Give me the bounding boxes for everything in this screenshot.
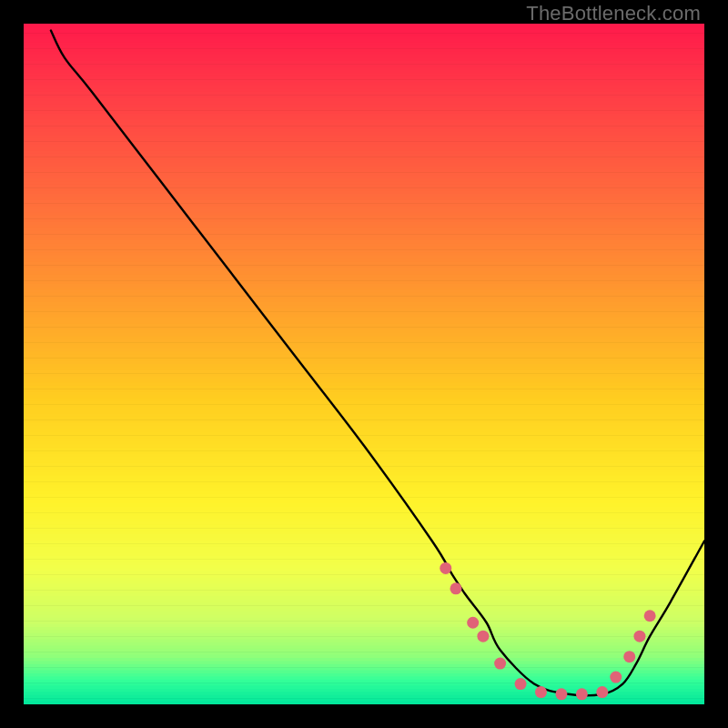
svg-rect-92 (24, 308, 704, 312)
svg-rect-132 (24, 432, 704, 436)
data-marker (623, 651, 635, 662)
svg-rect-66 (24, 228, 704, 231)
data-marker (555, 688, 567, 700)
svg-rect-112 (24, 370, 704, 374)
svg-rect-41 (24, 150, 704, 154)
data-marker (633, 631, 645, 642)
svg-rect-122 (24, 401, 704, 405)
data-marker (477, 631, 489, 642)
data-marker (610, 672, 622, 683)
svg-rect-53 (24, 187, 704, 191)
svg-rect-72 (24, 247, 704, 250)
svg-rect-43 (24, 157, 704, 160)
chart-svg (24, 24, 704, 704)
svg-rect-77 (24, 262, 704, 266)
svg-rect-30 (24, 116, 704, 120)
watermark-label: TheBottleneck.com (526, 2, 701, 25)
svg-rect-61 (24, 212, 704, 216)
svg-rect-46 (24, 166, 704, 169)
svg-rect-51 (24, 181, 704, 185)
svg-rect-127 (24, 417, 704, 420)
svg-rect-67 (24, 231, 704, 235)
svg-rect-82 (24, 278, 704, 281)
data-marker (515, 678, 527, 690)
svg-rect-48 (24, 172, 704, 176)
data-marker (467, 617, 479, 629)
data-marker (494, 658, 506, 670)
data-marker (596, 686, 608, 698)
data-marker (644, 610, 656, 622)
chart-frame (24, 24, 704, 704)
svg-rect-63 (24, 218, 704, 222)
svg-rect-33 (24, 126, 704, 129)
svg-rect-219 (24, 702, 704, 704)
svg-rect-71 (24, 243, 704, 247)
data-marker (535, 686, 547, 698)
data-marker (576, 688, 588, 700)
data-marker (440, 562, 451, 574)
svg-rect-87 (24, 293, 704, 297)
svg-rect-31 (24, 119, 704, 123)
svg-rect-137 (24, 448, 704, 451)
svg-rect-56 (24, 197, 704, 200)
svg-rect-38 (24, 141, 704, 145)
svg-rect-107 (24, 355, 704, 359)
svg-rect-117 (24, 386, 704, 389)
svg-rect-58 (24, 203, 704, 207)
svg-rect-102 (24, 339, 704, 343)
data-marker (450, 582, 461, 594)
svg-rect-97 (24, 324, 704, 328)
gradient-strip-group (24, 24, 704, 704)
